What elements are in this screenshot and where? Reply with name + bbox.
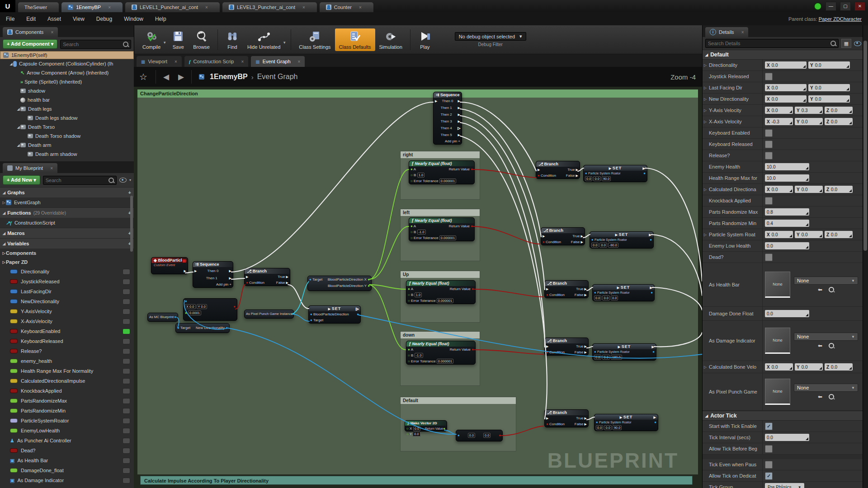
node-set-blood-particle-direction[interactable]: ▶ SET ▶● BloodParticleDirection●● Target: [308, 305, 361, 324]
section-actor-tick[interactable]: ◢ Actor Tick: [703, 411, 868, 421]
variable-as-health-bar[interactable]: ▣As Health Bar: [0, 455, 134, 465]
expander-icon[interactable]: ▷: [704, 97, 707, 101]
checkbox[interactable]: ✓: [765, 472, 773, 480]
breadcrumb-blueprint[interactable]: 1EnemyBP: [210, 73, 248, 81]
node-sequence[interactable]: ⇉ Sequence▶Then 0▶Then 1▶Then 2▶Then 3▶T…: [433, 92, 462, 145]
window-tab-level1_puncher_ai_cont[interactable]: LEVEL1_Puncher_ai_cont×: [125, 2, 220, 12]
node-event-bloodparticles[interactable]: ◈ BloodParticlesCustom Event▶: [151, 257, 188, 274]
close-icon[interactable]: ×: [205, 5, 208, 10]
toolbar-save-button[interactable]: Save: [167, 28, 189, 51]
use-selected-icon[interactable]: ⬅: [818, 343, 822, 349]
variable-keyboardenabled[interactable]: KeyboardEnabled: [0, 326, 134, 336]
section-macros[interactable]: ◢Macros+: [0, 228, 134, 238]
add-icon[interactable]: +: [128, 190, 131, 195]
value-spinbox[interactable]: 0.0: [765, 310, 809, 317]
node-equal[interactable]: ●0.0 0.0●: [456, 430, 503, 441]
menu-help[interactable]: Help: [149, 16, 172, 22]
back-icon[interactable]: ◀: [163, 72, 169, 82]
component-row[interactable]: ◢Capsule Component (CollisionCylinder) (…: [0, 59, 134, 68]
toolbar-find-button[interactable]: Find: [222, 28, 243, 51]
menu-debug[interactable]: Debug: [90, 16, 118, 22]
variable-calculateddirectionalimpulse[interactable]: CalculatedDirectionalImpulse: [0, 376, 134, 386]
toolbar-play-button[interactable]: Play: [414, 28, 436, 51]
node-nearly-equal-float[interactable]: ƒ Nearly Equal (float)● AReturn Value ●○…: [409, 160, 475, 184]
component-row[interactable]: »Sprite (Sprite0) (Inherited): [0, 77, 134, 86]
details-scrollbar-thumb[interactable]: [863, 41, 867, 251]
value-spinbox[interactable]: Y0.0: [795, 231, 823, 238]
variable-damagedone-float[interactable]: DamageDone_float: [0, 465, 134, 475]
expander-icon[interactable]: ▷: [704, 188, 707, 192]
value-spinbox[interactable]: 10.0: [765, 163, 809, 170]
eye-icon[interactable]: [123, 269, 130, 275]
value-spinbox[interactable]: Y0.3: [795, 107, 823, 114]
value-spinbox[interactable]: X0.0: [765, 95, 807, 103]
component-row[interactable]: Death arm shadow: [0, 150, 134, 159]
value-spinbox[interactable]: X0.0: [765, 107, 793, 114]
toolbar-compile-button[interactable]: Compile: [138, 28, 165, 51]
node-nearly-equal-float[interactable]: ƒ Nearly Equal (float)● AReturn Value ●○…: [409, 217, 475, 241]
section-variables[interactable]: ◢Variables+: [0, 238, 134, 249]
doc-tab-viewport[interactable]: ▦Viewport×: [137, 56, 182, 67]
section-graphs[interactable]: ◢Graphs+: [0, 187, 134, 197]
component-root-row[interactable]: 1EnemyBP(self): [0, 51, 134, 59]
node-set-particle-system-roator[interactable]: ▶ SET ▶● Particle System Roator●0.00.090…: [583, 165, 647, 182]
node-nearly-equal-float[interactable]: ƒ Nearly Equal (float)● AReturn Value ●○…: [406, 280, 476, 304]
variable-group-components[interactable]: ▷Components: [0, 249, 134, 258]
eye-icon[interactable]: [123, 348, 130, 354]
checkbox[interactable]: [765, 461, 773, 469]
expander-icon[interactable]: ▷: [704, 233, 707, 237]
visibility-filter-icon[interactable]: [119, 178, 127, 183]
myblueprint-search-input[interactable]: [46, 178, 108, 183]
eye-icon[interactable]: [123, 448, 130, 454]
component-row[interactable]: ◢Death legs: [0, 104, 134, 113]
variable-as-damage-indicator[interactable]: ▣As Damage Indicator: [0, 475, 134, 485]
close-icon[interactable]: ×: [298, 59, 301, 64]
variable-as-puncher-ai-controller[interactable]: ♟As Puncher Ai Controller: [0, 436, 134, 446]
view-options-eye-icon[interactable]: [854, 41, 861, 46]
asset-thumbnail[interactable]: None: [765, 272, 790, 298]
component-row[interactable]: Death legs shadow: [0, 113, 134, 122]
node-set-particle-system-roator[interactable]: ▶ SET ▶● Particle System Roator●0.00.00.…: [592, 284, 655, 301]
variable-y-axisvelocity[interactable]: Y-AxisVelocity: [0, 306, 134, 316]
node-new-directionality[interactable]: ● TargetNew Directionality ●: [175, 323, 230, 333]
expander-icon[interactable]: ▷: [704, 120, 707, 124]
comment-title[interactable]: left: [401, 209, 480, 216]
myblueprint-search[interactable]: [43, 176, 117, 185]
eye-icon[interactable]: [123, 368, 130, 374]
components-search[interactable]: [60, 40, 131, 49]
doc-tab-event-graph[interactable]: ▦Event Graph×: [251, 56, 305, 67]
checkbox[interactable]: [765, 197, 773, 205]
variable-directionality[interactable]: Directionality: [0, 267, 134, 277]
eye-icon[interactable]: [123, 279, 130, 285]
asset-thumbnail[interactable]: None: [765, 328, 790, 354]
maximize-button[interactable]: ▢: [840, 2, 851, 11]
asset-thumbnail[interactable]: None: [765, 379, 790, 405]
node-branch[interactable]: ⎇ Branch▶True ▶● ConditionFalse ▶: [244, 268, 290, 286]
node-sequence[interactable]: ⇉ Sequence▶Then 0▶Then 1▶Add pin +: [193, 261, 233, 288]
eye-icon[interactable]: [123, 289, 130, 295]
window-tab-1enemybp[interactable]: 1EnemyBP×: [61, 2, 123, 12]
scroll-up-icon[interactable]: ▲: [780, 483, 784, 488]
menu-window[interactable]: Window: [118, 16, 149, 22]
forward-icon[interactable]: ▶: [178, 72, 184, 82]
checkbox[interactable]: [765, 141, 773, 148]
expander-icon[interactable]: ▷: [704, 365, 707, 369]
add-component-button[interactable]: + Add Component ▾: [3, 39, 57, 49]
browse-asset-icon[interactable]: [829, 287, 834, 292]
component-row[interactable]: health bar: [0, 95, 134, 104]
close-icon[interactable]: ×: [51, 30, 53, 35]
eye-icon[interactable]: [123, 299, 130, 305]
graph-canvas[interactable]: ChangeParticleDirection rightleftUpdownD…: [134, 87, 702, 488]
expander-icon[interactable]: ▷: [704, 63, 707, 67]
value-spinbox[interactable]: 10.0: [765, 174, 809, 182]
eye-icon[interactable]: [123, 319, 130, 324]
value-spinbox[interactable]: Y0.0: [808, 61, 850, 69]
node-set-particle-system-roator[interactable]: ▶ SET ▶● Particle System Roator●0.00.018…: [592, 343, 656, 361]
value-spinbox[interactable]: Z0.0: [825, 363, 853, 371]
component-row[interactable]: ◢Death arm: [0, 141, 134, 150]
menu-file[interactable]: File: [0, 16, 20, 22]
value-spinbox[interactable]: 0.8: [765, 208, 809, 216]
comment-title-calculate-impulse[interactable]: Calculate Impulse According To Player Di…: [140, 476, 693, 485]
asset-dropdown[interactable]: None▼: [794, 384, 858, 392]
breadcrumb-graph[interactable]: Event Graph: [257, 73, 298, 81]
